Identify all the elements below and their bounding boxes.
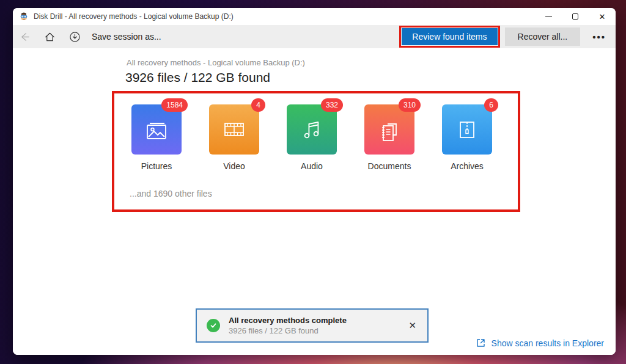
main-content: All recovery methods - Logical volume Ba…: [13, 48, 616, 355]
film-icon: [220, 115, 248, 144]
notification-close-button[interactable]: ✕: [406, 319, 419, 332]
close-icon: ✕: [599, 13, 606, 21]
documents-count-badge: 310: [399, 98, 421, 112]
maximize-button[interactable]: [562, 8, 589, 25]
pictures-count-badge: 1584: [161, 98, 188, 112]
back-arrow-icon: [19, 31, 31, 43]
close-button[interactable]: ✕: [589, 8, 616, 25]
home-icon: [44, 31, 56, 43]
archives-label: Archives: [442, 161, 492, 171]
home-button[interactable]: [44, 31, 56, 43]
category-pictures[interactable]: 1584 Pictures: [131, 104, 182, 171]
title-bar: Disk Drill - All recovery methods - Logi…: [13, 8, 616, 25]
more-options-button[interactable]: •••: [589, 29, 609, 45]
music-note-icon: [298, 115, 326, 144]
archives-tile[interactable]: [442, 104, 492, 155]
category-audio[interactable]: 332 Audio: [287, 104, 337, 171]
video-tile[interactable]: [209, 104, 259, 155]
pictures-tile[interactable]: [131, 104, 182, 155]
show-in-explorer-label: Show scan results in Explorer: [492, 338, 604, 348]
video-count-badge: 4: [251, 98, 265, 112]
pictures-label: Pictures: [131, 161, 182, 171]
desktop: { "window": { "title": "Disk Drill - All…: [0, 0, 626, 364]
back-button[interactable]: [19, 31, 31, 43]
category-tiles: 1584 Pictures 4 Video: [131, 104, 492, 171]
maximize-icon: [572, 13, 578, 20]
disk-drill-window: Disk Drill - All recovery methods - Logi…: [13, 8, 616, 355]
scan-subtitle: All recovery methods - Logical volume Ba…: [127, 58, 305, 67]
disk-drill-logo-icon: [19, 12, 29, 21]
recover-all-button[interactable]: Recover all...: [505, 27, 581, 46]
scan-result-heading: 3926 files / 122 GB found: [125, 70, 270, 85]
results-annotation-box: 1584 Pictures 4 Video: [112, 91, 520, 212]
category-archives[interactable]: 6 Archives: [442, 104, 492, 171]
open-external-icon: [476, 338, 486, 348]
review-found-items-button[interactable]: Review found items: [402, 28, 497, 45]
notification-title: All recovery methods complete: [229, 316, 347, 325]
audio-label: Audio: [287, 161, 337, 171]
save-session-button[interactable]: [69, 31, 81, 43]
documents-tile[interactable]: [364, 104, 414, 155]
archives-count-badge: 6: [484, 98, 498, 112]
scan-complete-notification: All recovery methods complete 3926 files…: [196, 308, 429, 343]
show-in-explorer-link[interactable]: Show scan results in Explorer: [476, 338, 604, 348]
notification-text: All recovery methods complete 3926 files…: [229, 316, 347, 335]
minimize-icon: [545, 16, 552, 17]
zip-icon: [453, 115, 481, 144]
window-title: Disk Drill - All recovery methods - Logi…: [34, 12, 234, 21]
category-video[interactable]: 4 Video: [209, 104, 259, 171]
category-documents[interactable]: 310 Documents: [364, 104, 414, 171]
notification-subtitle: 3926 files / 122 GB found: [229, 326, 347, 335]
documents-label: Documents: [364, 161, 414, 171]
pictures-icon: [142, 115, 171, 144]
audio-count-badge: 332: [321, 98, 343, 112]
video-label: Video: [209, 161, 259, 171]
toolbar: Save session as... Review found items Re…: [13, 25, 616, 48]
window-controls: ✕: [535, 8, 616, 25]
save-download-icon: [69, 31, 81, 43]
audio-tile[interactable]: [287, 104, 337, 155]
save-session-label[interactable]: Save session as...: [92, 32, 161, 42]
review-button-annotation: Review found items: [399, 26, 499, 48]
other-files-label: ...and 1690 other files: [130, 189, 212, 198]
document-icon: [375, 115, 403, 144]
success-check-icon: [207, 319, 220, 332]
minimize-button[interactable]: [535, 8, 562, 25]
